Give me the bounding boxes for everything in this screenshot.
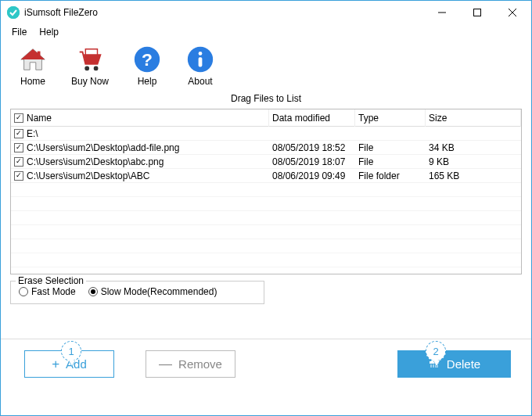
file-size: 34 KB: [426, 142, 521, 153]
row-checkbox[interactable]: [14, 157, 23, 167]
slow-mode-radio[interactable]: Slow Mode(Recommended): [88, 286, 217, 297]
table-row: [11, 183, 521, 197]
table-row: [11, 197, 521, 211]
table-row: [11, 239, 521, 253]
maximize-button[interactable]: [459, 2, 494, 23]
svg-rect-7: [38, 52, 41, 58]
buy-label: Buy Now: [71, 76, 109, 87]
help-icon: ?: [132, 45, 162, 74]
buy-now-button[interactable]: Buy Now: [71, 45, 109, 87]
help-button[interactable]: ? Help: [132, 45, 162, 87]
home-label: Home: [20, 76, 45, 87]
app-icon: [7, 6, 20, 19]
drag-files-label: Drag Files to List: [10, 90, 522, 109]
remove-label: Remove: [178, 357, 222, 371]
column-name[interactable]: Name: [11, 109, 269, 127]
delete-button[interactable]: Delete: [397, 350, 511, 378]
home-icon: [18, 45, 48, 74]
fast-mode-radio[interactable]: Fast Mode: [19, 286, 76, 297]
file-type: File: [355, 142, 426, 153]
row-checkbox[interactable]: [14, 129, 23, 138]
file-date: 08/05/2019 18:52: [269, 142, 355, 153]
svg-text:?: ?: [142, 49, 153, 70]
table-row[interactable]: E:\: [11, 127, 521, 141]
table-row: [11, 225, 521, 239]
svg-point-8: [84, 66, 89, 71]
column-type[interactable]: Type: [355, 109, 426, 127]
cart-icon: [75, 45, 105, 74]
table-row[interactable]: C:\Users\isum2\Desktop\add-file.png 08/0…: [11, 141, 521, 155]
svg-point-9: [94, 66, 99, 71]
plus-icon: +: [52, 357, 59, 372]
file-type: File: [355, 156, 426, 167]
close-button[interactable]: [494, 2, 530, 23]
file-list: Name Data modified Type Size E:\ C:\User…: [10, 109, 522, 274]
file-date: 08/05/2019 18:07: [269, 156, 355, 167]
row-checkbox[interactable]: [14, 143, 23, 152]
column-date[interactable]: Data modified: [269, 109, 355, 127]
toolbar: Home Buy Now ? Help About: [1, 40, 531, 88]
about-label: About: [188, 76, 212, 87]
minus-icon: —: [159, 357, 172, 372]
home-button[interactable]: Home: [18, 45, 48, 87]
about-button[interactable]: About: [185, 45, 215, 87]
menu-help[interactable]: Help: [33, 25, 65, 39]
table-row[interactable]: C:\Users\isum2\Desktop\ABC 08/06/2019 09…: [11, 169, 521, 183]
radio-icon: [19, 287, 28, 296]
file-date: 08/06/2019 09:49: [269, 170, 355, 181]
svg-point-14: [199, 52, 203, 56]
callout-1: 1: [61, 341, 81, 361]
table-row: [11, 253, 521, 267]
file-list-header: Name Data modified Type Size: [11, 109, 521, 127]
svg-rect-2: [473, 9, 480, 16]
content-area: Drag Files to List Name Data modified Ty…: [1, 88, 531, 310]
minimize-button[interactable]: [424, 2, 459, 23]
column-name-label: Name: [27, 113, 52, 124]
svg-point-0: [7, 6, 20, 19]
file-size: 9 KB: [426, 156, 521, 167]
info-icon: [185, 45, 215, 74]
erase-selection-group: Erase Selection Fast Mode Slow Mode(Reco…: [10, 281, 264, 304]
callout-2: 2: [426, 341, 446, 361]
file-name: C:\Users\isum2\Desktop\ABC: [27, 170, 149, 181]
file-name: E:\: [27, 128, 38, 139]
select-all-checkbox[interactable]: [14, 113, 23, 123]
titlebar: iSumsoft FileZero: [1, 1, 531, 24]
svg-rect-15: [199, 57, 203, 66]
bottom-bar: + Add — Remove Delete: [1, 339, 531, 378]
table-row: [11, 211, 521, 225]
window-title: iSumsoft FileZero: [24, 7, 424, 18]
erase-legend: Erase Selection: [16, 275, 86, 286]
help-label: Help: [138, 76, 157, 87]
radio-icon: [88, 287, 98, 296]
menu-file[interactable]: File: [5, 25, 33, 39]
table-row[interactable]: C:\Users\isum2\Desktop\abc.png 08/05/201…: [11, 155, 521, 169]
column-size[interactable]: Size: [426, 109, 521, 127]
remove-button[interactable]: — Remove: [146, 350, 235, 378]
file-name: C:\Users\isum2\Desktop\add-file.png: [27, 142, 179, 153]
file-type: File folder: [355, 170, 426, 181]
slow-mode-label: Slow Mode(Recommended): [101, 286, 217, 297]
file-name: C:\Users\isum2\Desktop\abc.png: [27, 156, 164, 167]
delete-label: Delete: [447, 357, 480, 371]
file-size: 165 KB: [426, 170, 521, 181]
svg-marker-6: [21, 49, 45, 59]
fast-mode-label: Fast Mode: [31, 286, 76, 297]
menubar: File Help: [1, 24, 531, 40]
row-checkbox[interactable]: [14, 171, 23, 181]
